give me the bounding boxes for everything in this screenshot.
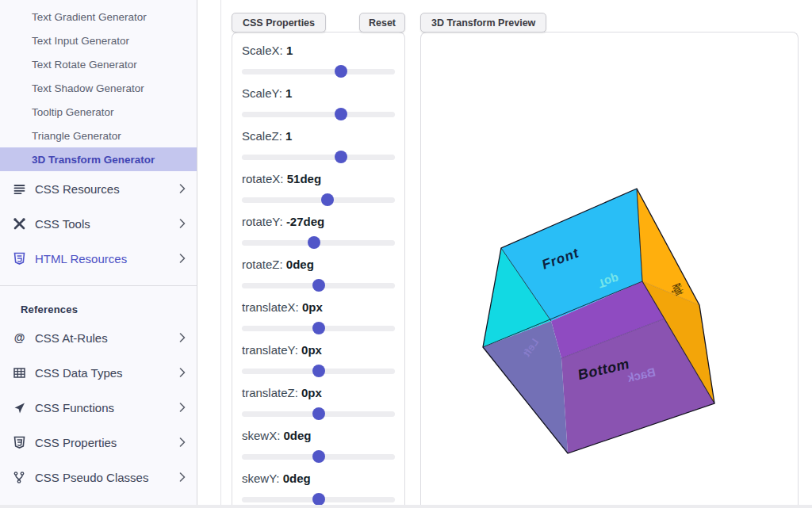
slider-value-translatey: 0px (301, 343, 322, 357)
branch-icon (11, 471, 28, 484)
slider-thumb-rotatez[interactable] (312, 279, 325, 292)
sidebar-item-css-pseudo-classes[interactable]: CSS Pseudo Classes (0, 460, 197, 495)
slider-thumb-rotatex[interactable] (321, 193, 334, 206)
sidebar-item-label: CSS Resources (35, 182, 179, 196)
slider-label-rotatez: rotateZ: 0deg (242, 258, 395, 272)
slider-group-rotatez: rotateZ: 0deg (242, 258, 395, 292)
sidebar-item-css-properties[interactable]: CSS Properties (0, 425, 197, 460)
sidebar-item-3d-transform-generator[interactable]: 3D Transform Generator (0, 147, 197, 171)
sidebar-item-css-tools[interactable]: CSS Tools (0, 206, 197, 241)
slider-group-scalez: ScaleZ: 1 (242, 129, 395, 163)
slider-track-scalez[interactable] (242, 151, 395, 163)
preview-tab: 3D Transform Preview (420, 13, 546, 32)
slider-value-scaley: 1 (285, 86, 292, 100)
slider-value-scalez: 1 (285, 129, 292, 143)
slider-track-translatez[interactable] (242, 407, 395, 420)
slider-group-scalex: ScaleX: 1 (242, 44, 395, 78)
slider-group-rotatey: rotateY: -27deg (242, 215, 395, 249)
slider-thumb-skewx[interactable] (312, 450, 325, 463)
slider-track-rotatex[interactable] (242, 193, 395, 206)
svg-text:@: @ (14, 331, 25, 344)
sidebar-item-text-gradient-generator[interactable]: Text Gradient Generator (0, 5, 197, 29)
content-left-border (220, 0, 221, 508)
slider-thumb-translatex[interactable] (312, 322, 325, 334)
table-icon (11, 366, 28, 380)
chevron-right-icon (179, 436, 186, 449)
slider-track-rotatey[interactable] (242, 236, 395, 249)
css3-icon (11, 436, 28, 449)
slider-group-translatey: translateY: 0px (242, 343, 395, 377)
slider-group-rotatex: rotateX: 51deg (242, 172, 395, 206)
generator-list: Text Gradient GeneratorText Input Genera… (0, 0, 197, 171)
references-list: @CSS At-RulesCSS Data TypesCSS Functions… (0, 320, 197, 495)
slider-label-translatez: translateZ: 0px (242, 386, 395, 400)
function-icon (11, 401, 28, 414)
slider-thumb-scalez[interactable] (335, 151, 347, 163)
slider-group-skewx: skewX: 0deg (242, 429, 395, 463)
sidebar-sections: CSS ResourcesCSS ToolsHTML Resources (0, 171, 197, 276)
slider-label-rotatex: rotateX: 51deg (242, 172, 395, 186)
chevron-right-icon (179, 331, 186, 345)
slider-group-scaley: ScaleY: 1 (242, 86, 395, 120)
slider-value-skewy: 0deg (283, 472, 311, 485)
slider-label-scalex: ScaleX: 1 (242, 44, 395, 58)
sidebar-item-css-resources[interactable]: CSS Resources (0, 171, 197, 206)
slider-thumb-scalex[interactable] (335, 65, 347, 78)
slider-track-skewx[interactable] (242, 450, 395, 463)
slider-bar (242, 155, 395, 160)
sidebar-item-label: CSS Pseudo Classes (35, 471, 179, 484)
sidebar-item-label: CSS Functions (35, 401, 179, 414)
slider-track-scaley[interactable] (242, 108, 395, 120)
slider-list: ScaleX: 1ScaleY: 1ScaleZ: 1rotateX: 51de… (232, 32, 404, 506)
sidebar-item-triangle-generator[interactable]: Triangle Generator (0, 124, 197, 147)
slider-track-skewy[interactable] (242, 493, 395, 506)
chevron-right-icon (179, 471, 186, 484)
slider-thumb-skewy[interactable] (312, 493, 325, 506)
transform-preview-cube: Front Top Right Bottom Back Left (421, 32, 798, 507)
sidebar-item-text-rotate-generator[interactable]: Text Rotate Generator (0, 52, 197, 76)
slider-value-translatez: 0px (301, 386, 322, 399)
chevron-right-icon (179, 401, 186, 414)
sidebar-item-tooltip-generator[interactable]: Tooltip Generator (0, 100, 197, 124)
slider-thumb-rotatey[interactable] (308, 236, 320, 249)
slider-label-skewx: skewX: 0deg (242, 429, 395, 443)
slider-group-translatex: translateX: 0px (242, 300, 395, 334)
slider-value-scalex: 1 (286, 44, 293, 57)
slider-track-translatex[interactable] (242, 322, 395, 334)
html5-icon (11, 252, 28, 265)
sidebar-item-text-input-generator[interactable]: Text Input Generator (0, 29, 197, 52)
slider-track-translatey[interactable] (242, 365, 395, 377)
slider-value-rotatey: -27deg (286, 215, 324, 228)
sidebar-item-css-data-types[interactable]: CSS Data Types (0, 355, 197, 390)
chevron-right-icon (179, 182, 186, 196)
preview-panel: 3D Transform Preview Front Top Right Bot… (420, 32, 799, 508)
bottom-strip (0, 505, 812, 508)
sidebar-item-label: CSS Data Types (35, 366, 179, 380)
sidebar-item-html-resources[interactable]: HTML Resources (0, 241, 197, 276)
chevron-right-icon (179, 217, 186, 231)
slider-track-rotatez[interactable] (242, 279, 395, 292)
sidebar: Text Gradient GeneratorText Input Genera… (0, 0, 197, 505)
slider-label-rotatey: rotateY: -27deg (242, 215, 395, 229)
slider-thumb-translatey[interactable] (312, 365, 325, 377)
chevron-right-icon (179, 252, 186, 265)
sidebar-item-label: CSS Properties (35, 436, 179, 449)
css-properties-panel: CSS Properties Reset ScaleX: 1ScaleY: 1S… (232, 32, 405, 508)
slider-bar (242, 197, 395, 203)
slider-value-rotatez: 0deg (286, 258, 314, 271)
sidebar-item-text-shadow-generator[interactable]: Text Shadow Generator (0, 76, 197, 100)
slider-value-translatex: 0px (302, 300, 323, 314)
sidebar-item-label: CSS Tools (35, 217, 179, 231)
slider-thumb-translatez[interactable] (312, 407, 325, 420)
slider-label-translatex: translateX: 0px (242, 300, 395, 315)
sidebar-item-css-at-rules[interactable]: @CSS At-Rules (0, 320, 197, 355)
slider-label-translatey: translateY: 0px (242, 343, 395, 357)
sidebar-item-css-functions[interactable]: CSS Functions (0, 390, 197, 425)
tools-icon (11, 217, 28, 231)
slider-track-scalex[interactable] (242, 65, 395, 78)
slider-bar (242, 112, 395, 117)
slider-value-skewx: 0deg (284, 429, 312, 442)
slider-thumb-scaley[interactable] (335, 108, 347, 120)
sidebar-divider (0, 285, 197, 286)
reset-button[interactable]: Reset (359, 13, 405, 32)
